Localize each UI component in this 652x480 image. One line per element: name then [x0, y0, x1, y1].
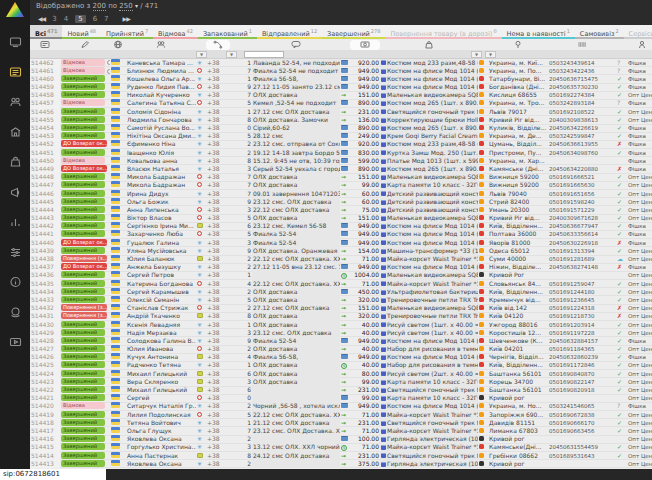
nova-poshta-carrier-icon: [478, 230, 488, 238]
ukraine-flag-icon: [111, 247, 120, 253]
sidebar-item-orders[interactable]: [0, 57, 30, 87]
location-icon[interactable]: [488, 40, 548, 50]
tab-завершений[interactable]: Завершений278: [322, 25, 385, 39]
order-id: 514448: [30, 173, 60, 181]
product-title: Ультрафиолетовая бактерицид...: [387, 288, 478, 295]
order-source: Фішка: [627, 124, 652, 132]
page-button-6[interactable]: 6: [93, 15, 97, 23]
product-name: Маленькая видеокамера SQ8 *...: [380, 214, 478, 222]
page-button-7[interactable]: 7: [104, 15, 108, 23]
order-source: Фішка: [627, 222, 652, 230]
nova-poshta-carrier-icon: [478, 361, 488, 369]
sidebar-item-statistics[interactable]: [0, 207, 30, 237]
client-phone: +38: [206, 378, 230, 386]
sidebar-item-settings[interactable]: [0, 237, 30, 267]
tab-нема-в-наявності[interactable]: Нема в наявності1: [502, 25, 575, 39]
order-status-badge: Повернення (з...: [60, 312, 110, 320]
tab-відмова[interactable]: Відмова42: [153, 25, 198, 39]
status-filter-dropdown[interactable]: ▼: [196, 51, 207, 58]
phone-filter-input[interactable]: [244, 51, 284, 58]
app-logo-icon[interactable]: [6, 2, 24, 17]
clients-icon[interactable]: [126, 40, 196, 50]
comment-icon[interactable]: [252, 40, 340, 50]
order-total: 71.00: [350, 411, 380, 419]
product-name: Тренировочные петли TRX Train...: [380, 312, 478, 320]
first-page-button[interactable]: ◀◀: [38, 15, 45, 22]
tab-всі[interactable]: Всі471: [30, 25, 62, 39]
media-icon: [9, 333, 22, 352]
ukraine-flag-icon: [111, 222, 120, 228]
unknown-status-icon: ?: [616, 99, 627, 107]
column-carrier[interactable]: [478, 40, 488, 50]
column-count[interactable]: [230, 40, 252, 50]
manager-icon[interactable]: [627, 40, 652, 50]
calls-count: 5: [230, 296, 252, 304]
ukraine-flag-icon: [111, 157, 120, 163]
column-cicon[interactable]: [196, 40, 206, 50]
product-bag-icon: [381, 240, 386, 245]
sidebar-item-network[interactable]: [0, 297, 30, 327]
last-page-button[interactable]: ▶▶: [123, 15, 130, 22]
tab-відправлений[interactable]: Відправлений12: [257, 25, 322, 39]
globe-icon[interactable]: [110, 40, 126, 50]
order-row[interactable]: 514413ЗавершенийЯковлева Оксана✳+382→375…: [30, 460, 652, 468]
list-icon[interactable]: [30, 40, 60, 50]
sidebar-item-dashboard[interactable]: [0, 27, 30, 57]
phone-icon[interactable]: [206, 40, 230, 50]
money-icon[interactable]: [350, 40, 380, 50]
product-title: Майка-корсет Waist Trainer *142...: [387, 280, 478, 287]
product-filter-dropdown[interactable]: ▼: [471, 51, 482, 58]
tab-прийнятий[interactable]: Прийнятий7: [101, 25, 153, 39]
sidebar-item-media[interactable]: [0, 327, 30, 357]
tracking-icon[interactable]: [548, 40, 616, 50]
client-filter-dropdown[interactable]: ▼: [226, 51, 237, 58]
client-name: Юлия Иванова: [126, 345, 196, 353]
cod-payment-icon: →: [340, 419, 350, 427]
ukraine-flag-icon: [111, 230, 120, 236]
column-ticon[interactable]: [616, 40, 627, 50]
product-bag-icon: [381, 77, 386, 82]
tab-label: Нема в наявності: [507, 30, 566, 38]
page-button-4[interactable]: 4: [64, 15, 68, 23]
sidebar-item-purchases[interactable]: [0, 147, 30, 177]
product-icon[interactable]: [380, 40, 478, 50]
sidebar-item-company[interactable]: [0, 117, 30, 147]
page-button-5[interactable]: 5: [75, 15, 85, 23]
order-id: 514422: [30, 386, 60, 394]
client-name: Сергей Петров: [126, 271, 196, 279]
cod-payment-icon: →: [340, 452, 350, 460]
tab-самовивіз[interactable]: Самовивіз2: [575, 25, 624, 39]
column-pay[interactable]: [340, 40, 350, 50]
network-icon: [9, 303, 22, 322]
sidebar-item-marketing[interactable]: [0, 177, 30, 207]
range-to[interactable]: 250: [119, 2, 132, 11]
order-source: Опт Центр: [627, 452, 652, 460]
ukraine-flag-icon: [111, 75, 120, 81]
tab-новий[interactable]: Новий48: [62, 25, 101, 39]
carrier-filter-dropdown[interactable]: ▼: [485, 51, 496, 58]
tab-запакований[interactable]: Запакований1: [198, 25, 257, 39]
sidebar-item-clients[interactable]: [0, 87, 30, 117]
range-from[interactable]: 200: [93, 2, 106, 11]
edit-icon[interactable]: [60, 40, 110, 50]
client-name: Уляна Мусійовська: [126, 247, 196, 255]
chevron-down-icon[interactable]: ▾: [135, 2, 138, 9]
tab-сервіси[interactable]: Сервіси0: [624, 25, 652, 39]
tracking-number: 20450636715475: [548, 75, 616, 83]
order-comment: ОЛХ доставка. Замочки: [252, 116, 340, 124]
card-payment-icon: [340, 239, 350, 247]
ukrposhta-carrier-icon: [478, 59, 488, 67]
new-client-icon: ✳: [196, 321, 206, 329]
product-name: Светящийся гоночный трек Ма...: [380, 108, 478, 116]
product-bag-icon: [381, 232, 386, 237]
nova-poshta-carrier-icon: [478, 222, 488, 230]
cod-payment-icon: →: [340, 173, 350, 181]
delivery-address: Кривой рог: [488, 460, 548, 468]
product-title: Гирлянда электрическая (100 л...: [387, 460, 478, 467]
sidebar-item-info[interactable]: [0, 267, 30, 297]
tab-повернення-товару-в-дорозі-[interactable]: Повернення товару (в дорозі)0: [385, 25, 501, 39]
order-total: 136.00: [350, 116, 380, 124]
page-button-3[interactable]: 3: [52, 15, 56, 23]
country-flag: [110, 378, 126, 386]
ukrposhta-carrier-icon: [478, 452, 488, 460]
